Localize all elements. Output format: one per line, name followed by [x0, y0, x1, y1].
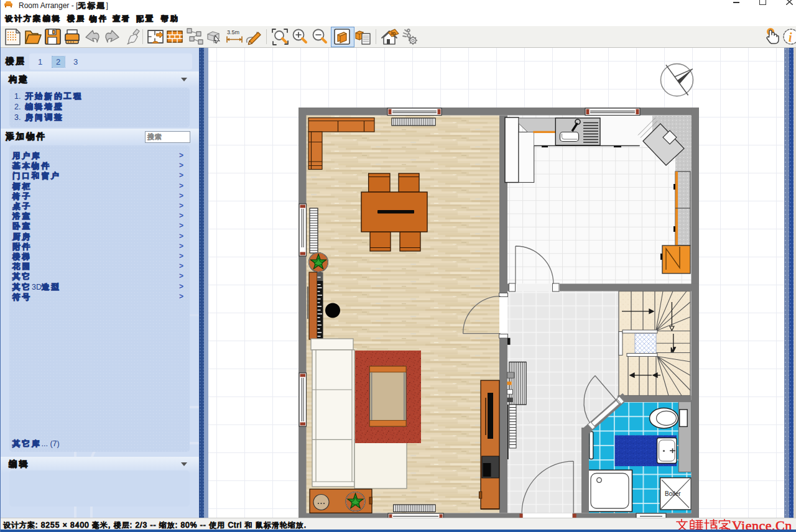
svg-text:i: i [789, 30, 792, 44]
svg-text:Boiler: Boiler [665, 490, 681, 497]
svg-text:3D: 3D [391, 31, 397, 36]
svg-text:3.5m: 3.5m [227, 29, 239, 35]
